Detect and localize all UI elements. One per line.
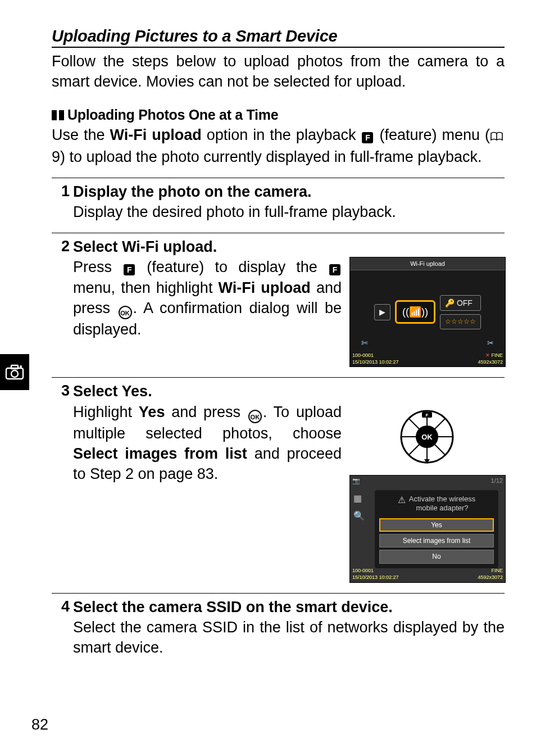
subsection-heading: Uploading Photos One at a Time <box>52 107 505 124</box>
step-number: 4 <box>52 597 73 617</box>
lcd-date: 15/10/2013 10:02:27 <box>352 359 399 365</box>
step-text: Press F (feature) to display the F menu,… <box>73 257 342 367</box>
lcd-wifi-option-selected: ((📶)) <box>395 300 435 324</box>
svg-rect-5 <box>59 110 64 120</box>
svg-rect-4 <box>52 110 57 120</box>
dlg-zoom-icon: 🔍 <box>353 510 365 522</box>
text-bold: Wi-Fi upload <box>122 238 213 255</box>
dlg-file: 100-0001 <box>352 568 374 573</box>
section-heading: Uploading Pictures to a Smart Device <box>52 27 505 46</box>
text-fragment: Press <box>73 259 122 275</box>
text-fragment: . <box>148 383 152 400</box>
dlg-msg-line1: Activate the wireless <box>409 495 476 503</box>
dlg-select-from-list-button[interactable]: Select images from list <box>379 534 494 547</box>
text-fragment: Select <box>73 238 122 255</box>
page-number: 82 <box>31 716 48 734</box>
step-3: 3 Select Yes. Highlight Yes and press OK… <box>52 377 505 582</box>
feature-icon: F <box>362 132 373 143</box>
svg-text:OK: OK <box>421 433 433 441</box>
step-number: 1 <box>52 182 73 201</box>
text-bold: Wi-Fi upload <box>110 126 202 143</box>
step-number: 3 <box>52 381 73 401</box>
lcd-file: 100-0001 <box>352 352 374 358</box>
book-ref-icon <box>490 126 503 147</box>
lcd-edit-icon: ✂ <box>487 338 494 348</box>
text-fragment: (feature) to display the <box>136 259 328 275</box>
step-title: Select Yes. <box>73 381 505 401</box>
text-fragment: (feature) menu ( <box>374 126 490 143</box>
feature-icon: F <box>124 264 135 275</box>
text-bold: Wi-Fi upload <box>218 279 310 296</box>
svg-point-2 <box>11 370 18 377</box>
lcd-off-chip: 🔑 OFF <box>440 295 481 311</box>
side-tab-camera-icon <box>0 354 29 390</box>
dlg-camera-icon: 📷 <box>352 477 360 485</box>
lcd-playback-icon: ▶ <box>374 304 390 320</box>
lcd-title: Wi-Fi upload <box>350 257 505 270</box>
subsection-body: Use the Wi-Fi upload option in the playb… <box>52 125 505 168</box>
text-fragment: 9) to upload the photo currently display… <box>52 148 482 165</box>
lcd-size: 4592x3072 <box>478 359 503 365</box>
lcd-clip-icon: ✄ <box>361 338 368 348</box>
text-fragment: and press <box>165 404 247 420</box>
camera-lcd-screenshot: Wi-Fi upload ▶ ((📶)) 🔑 OFF ☆☆☆☆☆ ✄ ✂ <box>349 257 505 367</box>
svg-point-3 <box>20 365 22 368</box>
text-bold: Yes <box>139 404 165 420</box>
text-fragment: option in the playback <box>202 126 361 143</box>
intro-paragraph: Follow the steps below to upload photos … <box>52 51 505 92</box>
text-fragment: menu, then highlight <box>73 279 218 296</box>
step-4: 4 Select the camera SSID on the smart de… <box>52 593 505 658</box>
text-fragment: Highlight <box>73 404 139 420</box>
dlg-size: 4592x3072 <box>478 574 503 580</box>
text-fragment: Select <box>73 383 122 400</box>
lcd-status-line: 100-000115/10/2013 10:02:27 ✕ FINE4592x3… <box>352 352 503 365</box>
svg-text:F: F <box>426 413 429 418</box>
warning-icon: ⚠ <box>398 495 406 506</box>
dlg-no-button[interactable]: No <box>379 550 494 563</box>
dlg-yes-button[interactable]: Yes <box>379 518 494 532</box>
step-text: Highlight Yes and press OK. To upload mu… <box>73 402 342 583</box>
step-1: 1 Display the photo on the camera. Displ… <box>52 178 505 223</box>
step-text: Select the camera SSID in the list of ne… <box>73 617 505 658</box>
text-bold: Select images from list <box>73 445 247 462</box>
camera-dialog-screenshot: 📷 1/12 ▦ 🔍 ⚠ Activate the wirelessmob <box>349 475 506 583</box>
dlg-thumb-icon: ▦ <box>353 492 365 505</box>
step-2: 2 Select Wi-Fi upload. Press F (feature)… <box>52 233 505 367</box>
step-title: Select the camera SSID on the smart devi… <box>73 597 505 617</box>
step-number: 2 <box>52 237 73 256</box>
subsection-heading-text: Uploading Photos One at a Time <box>67 107 278 123</box>
dlg-message: ⚠ Activate the wirelessmobile adapter? <box>379 494 494 517</box>
dlg-counter: 1/12 <box>491 477 503 485</box>
feature-icon: F <box>329 264 340 275</box>
step-title: Display the photo on the camera. <box>73 182 505 202</box>
text-bold: Yes <box>122 383 148 400</box>
ok-button-icon: OK <box>248 410 262 423</box>
lcd-off-label: OFF <box>457 298 473 307</box>
lcd-rating-chip: ☆☆☆☆☆ <box>440 314 481 329</box>
step-text: Display the desired photo in full-frame … <box>73 202 505 222</box>
heading-rule <box>52 47 505 48</box>
dlg-status-line: 100-000115/10/2013 10:02:27 FINE4592x307… <box>352 567 503 581</box>
text-fragment: . <box>213 238 217 255</box>
svg-rect-1 <box>11 365 18 369</box>
dlg-date: 15/10/2013 10:02:27 <box>352 574 399 580</box>
dlg-msg-line2: mobile adapter? <box>416 504 468 512</box>
multi-selector-dial-icon: OK F <box>399 409 455 465</box>
dlg-fine: FINE <box>491 568 503 573</box>
lcd-fine: FINE <box>491 352 503 358</box>
step-title: Select Wi-Fi upload. <box>73 237 505 257</box>
subsection-marker-icon <box>52 107 64 124</box>
ok-button-icon: OK <box>119 306 132 319</box>
text-fragment: Use the <box>52 126 110 143</box>
